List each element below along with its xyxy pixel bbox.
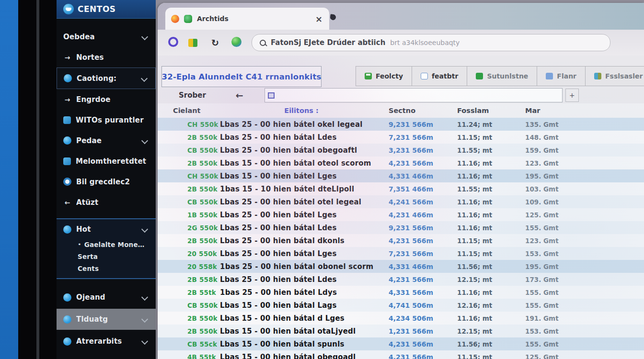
square-icon [63, 116, 71, 124]
cell-max: 155. Gmt [524, 289, 594, 296]
cell-section: 4,234 506m [383, 314, 452, 322]
sidebar-logo[interactable]: CENTOS [57, 0, 156, 19]
cell-editions: Lbas 15 - 00 hien bátal spunls [220, 340, 383, 348]
cell-editions: 1bas 25 - 00 hien bátel Ldys [220, 288, 383, 297]
cell-position: 12.16; mt [452, 302, 524, 309]
cell-max: 135. Gmt [524, 121, 594, 128]
address-bar[interactable]: FatonSj EJete Drúder abtiich brt a34klso… [252, 34, 610, 51]
action-bar: FeolctyfeatbtrSutunlstneFlanrFsslsasler [356, 66, 644, 86]
extension-box-icon[interactable] [188, 39, 200, 47]
browser-tab[interactable]: Archtids × [165, 8, 329, 30]
extension-purple-icon[interactable] [167, 37, 179, 49]
cell-section: 4,231 566m [383, 159, 452, 167]
window-blue-icon [421, 73, 428, 79]
feolcty-button[interactable]: Feolcty [356, 66, 412, 86]
refresh-icon[interactable]: ↻ [209, 37, 221, 48]
table-row[interactable]: 20 558k 1bas 25 - 00 hien bátal obonel s… [158, 260, 644, 273]
cell-max: 191. Gmt [524, 314, 594, 322]
cell-client: CH 550k [158, 172, 220, 180]
sidebar-item[interactable]: Serta [57, 250, 156, 262]
table-row[interactable]: 2B 550k Lbas 15 - 00 hien bátal otaLjyed… [158, 325, 644, 337]
back-arrow-icon[interactable]: ← [236, 90, 243, 101]
sidebar-item[interactable]: Atrerarbits [57, 331, 156, 352]
column-header-client[interactable]: Cielant [158, 107, 220, 114]
table-row[interactable]: 20 550k Lbas 25 - 00 hien bátal Lges 7,2… [158, 247, 644, 260]
sidebar-item[interactable]: Ojeand [57, 287, 156, 308]
sidebar-item[interactable]: Hot [57, 220, 156, 238]
table-row[interactable]: 2G 550k Lbas 25 - 00 hien bátal Ldes 9,2… [158, 221, 644, 234]
featbtr-button[interactable]: featbtr [412, 66, 467, 86]
flanr-button[interactable]: Flanr [537, 66, 586, 86]
circle-icon [63, 293, 71, 302]
filter-row: Srober ← + [158, 87, 644, 103]
sidebar-item[interactable]: ←Atüzt [57, 192, 156, 213]
cell-section: 4,331 466m [383, 263, 452, 270]
sidebar-item[interactable]: Melomtheretdtet [57, 151, 156, 171]
favicon-green-icon [184, 15, 192, 23]
table-row[interactable]: CH 550k Lbas 25 - 00 hien bátel okel leg… [158, 118, 644, 131]
sidebar-item[interactable]: Cents [57, 262, 156, 274]
table-row[interactable]: 2B 550k 1bas 15 - 10 hien bátel dteLlpol… [158, 182, 644, 195]
cell-client: CH 550k [158, 121, 220, 128]
button-label: Feolcty [376, 72, 403, 80]
table-row[interactable]: CB 550k Lbas 25 - 00 hien bátel otel leg… [158, 195, 644, 208]
sidebar-item[interactable]: Bil grecdlec2 [57, 171, 156, 192]
cell-client: 2B 550k [158, 134, 220, 141]
column-header-section[interactable]: Sectno [383, 107, 452, 114]
table-row[interactable]: 2B 55tk 1bas 25 - 00 hien bátel Ldys 4,3… [158, 286, 644, 299]
sidebar-item-label: Atüzt [76, 198, 149, 207]
browser-logo-icon[interactable] [230, 37, 242, 49]
table-row[interactable]: CH 550k Lbas 15 - 00 hien bátel Lges 4,3… [158, 169, 644, 182]
sidebar-item[interactable]: Tlduatg [57, 309, 156, 330]
column-header-editions[interactable]: Eilitons : [220, 107, 383, 114]
cell-max: 195. Gmt [524, 172, 594, 180]
cell-section: 4,231 566m [383, 340, 452, 348]
table-row[interactable]: 2B 550k Lbas 15 - 00 hien bátal d Lges 4… [158, 312, 644, 325]
table-row[interactable]: CB 550k Lbas 25 - 00 hien bátal obegoaft… [158, 144, 644, 157]
cell-position: 11.15; mt [452, 134, 524, 141]
table-row[interactable]: 2B 550k Lbas 25 - 00 hien bátal Ldes 7,2… [158, 131, 644, 144]
sutunlstne-button[interactable]: Sutunlstne [467, 66, 537, 86]
fsslsasler-button[interactable]: Fsslsasler [585, 66, 644, 86]
cell-max: 155. Gmt [524, 224, 594, 232]
cell-editions: Lbas 25 - 00 hien bátal Lges [220, 249, 383, 258]
cell-editions: 1bas 25 - 00 hien bátal obonel scorm [220, 262, 383, 271]
cell-max: 159. Gmt [524, 146, 594, 154]
cell-editions: Lbas 15 - 00 hien bátel Lges [220, 172, 383, 180]
column-header-max[interactable]: Mar [524, 107, 594, 114]
cell-section: 7,351 466m [383, 185, 452, 193]
table-row[interactable]: 2B 550k Lbas 25 - 00 hien bátal dkonls 4… [158, 234, 644, 247]
page-title-tab[interactable]: 32-Epla Alunndelt C41 rrnanlonkits [161, 66, 322, 87]
cell-max: 123. Gmt [524, 237, 594, 245]
sidebar-item[interactable]: Oebdea [57, 26, 156, 47]
sidebar-item[interactable]: Pedae [57, 130, 156, 151]
filter-input[interactable] [264, 88, 563, 102]
sidebar-item[interactable]: WITOs purantler [57, 110, 156, 130]
table-row[interactable]: 1B 550k Lbas 25 - 00 hien bátel Lges 4,2… [158, 208, 644, 221]
sidebar-item[interactable]: Caotiong: [57, 67, 156, 89]
cell-section: 4,741 506m [383, 302, 452, 309]
sidebar-item[interactable]: →Engrdoe [57, 89, 156, 110]
tab-close-icon[interactable]: × [314, 14, 323, 24]
sidebar-item[interactable]: •Gaelalte Monendg [57, 238, 156, 250]
sidebar: CENTOS Oebdea→NortesCaotiong:→EngrdoeWIT… [57, 0, 156, 359]
table-row[interactable]: 4B 55tk Lbas 15 - 00 hien bátal obegoadl… [158, 350, 644, 359]
cell-client: 2B 550k [158, 327, 220, 335]
add-filter-button[interactable]: + [565, 89, 579, 102]
cell-section: 4,231 566m [383, 353, 452, 359]
button-label: Fsslsasler [605, 72, 643, 80]
cell-client: CB 550k [158, 146, 220, 154]
cell-section: 4,231 566m [383, 276, 452, 283]
sidebar-item[interactable]: →Nortes [57, 47, 156, 67]
sidebar-item-label: Gaelalte Monendg [84, 241, 149, 248]
chevron-down-icon [141, 338, 148, 345]
table-row[interactable]: 2B 550k Lbas 15 - 00 hien bátal oteol sc… [158, 157, 644, 169]
new-tab-icon[interactable] [330, 14, 336, 21]
cell-max: 125. Gmt [524, 353, 594, 359]
table-row[interactable]: CB 55ck Lbas 15 - 00 hien bátal spunls 4… [158, 337, 644, 350]
table-row[interactable]: CB 550k Lbas 15 - 00 hien bátal Lags 4,7… [158, 299, 644, 312]
search-icon [260, 40, 266, 46]
table-row[interactable]: 2B 558k Lbas 25 - 00 hien bátel Ldes 4,2… [158, 273, 644, 286]
column-header-position[interactable]: Fosslam [452, 107, 524, 114]
cell-editions: Lbas 25 - 00 hien bátal dkonls [220, 236, 383, 245]
